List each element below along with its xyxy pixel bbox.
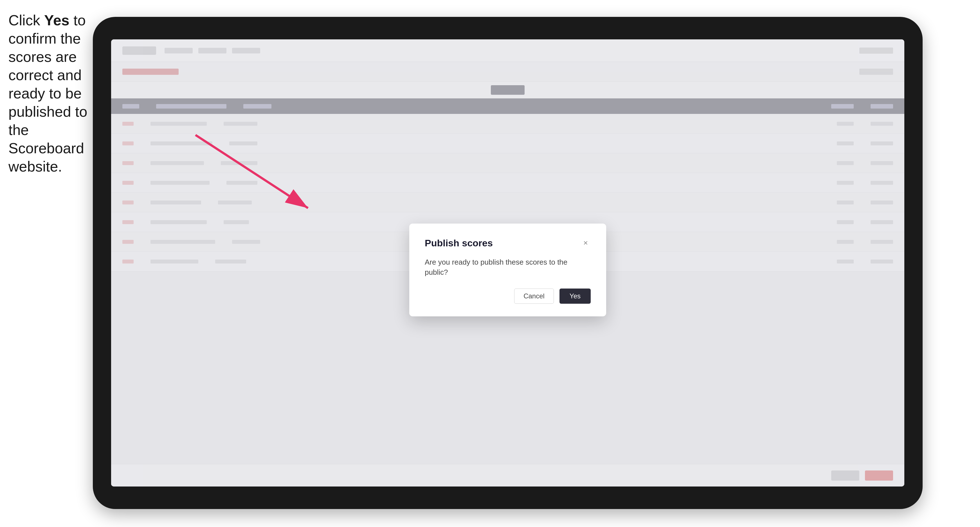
svg-line-1 [196, 135, 308, 208]
close-icon[interactable]: × [581, 238, 591, 248]
yes-emphasis: Yes [44, 12, 70, 29]
modal-footer: Cancel Yes [425, 289, 591, 304]
modal-body: Are you ready to publish these scores to… [425, 257, 591, 278]
modal-dialog: Publish scores × Are you ready to publis… [409, 224, 606, 317]
modal-title: Publish scores [425, 238, 493, 249]
modal-overlay: Publish scores × Are you ready to publis… [111, 40, 904, 486]
cancel-button[interactable]: Cancel [514, 289, 554, 304]
yes-button[interactable]: Yes [560, 289, 591, 304]
tablet-screen: Publish scores × Are you ready to publis… [111, 40, 904, 486]
tablet-device: Publish scores × Are you ready to publis… [93, 17, 923, 509]
instruction-text: Click Yes to confirm the scores are corr… [8, 11, 90, 176]
modal-header: Publish scores × [425, 238, 591, 249]
